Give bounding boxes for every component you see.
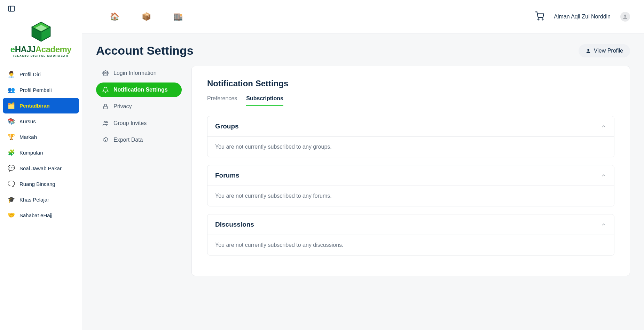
user-icon [622, 14, 628, 20]
tabs: Preferences Subscriptions [207, 95, 614, 106]
view-profile-label: View Profile [594, 48, 623, 54]
accordion-body: You are not currently subscribed to any … [207, 137, 614, 157]
sidebar-item-label: Soal Jawab Pakar [19, 165, 62, 171]
accordion-title: Forums [215, 172, 239, 179]
sidebar: eHAJJAcademy ISLAMIC DIGITAL MADRASAH 👨‍… [0, 0, 82, 330]
settings-nav-privacy[interactable]: Privacy [96, 99, 182, 114]
settings-nav-label: Login Information [113, 70, 157, 76]
sidebar-item-kumpulan[interactable]: 🧩Kumpulan [3, 145, 79, 160]
svg-point-13 [106, 121, 108, 123]
package-icon[interactable]: 📦 [142, 12, 151, 21]
sidebar-item-sahabat-ehajj[interactable]: 🤝Sahabat eHajj [3, 207, 79, 223]
settings-nav-login-info[interactable]: Login Information [96, 66, 182, 80]
friends-icon: 🤝 [8, 212, 15, 219]
sidebar-item-label: Pentadbiran [19, 103, 50, 109]
sidebar-item-label: Profil Pembeli [19, 87, 52, 93]
accordion-head-discussions[interactable]: Discussions [207, 214, 614, 235]
svg-point-12 [104, 121, 106, 123]
main-area: 🏠 📦 🏬 Aiman Aqil Zul Norddin Account Set… [82, 0, 644, 330]
topbar: 🏠 📦 🏬 Aiman Aqil Zul Norddin [82, 0, 644, 33]
content: Account Settings View Profile Login Info… [82, 33, 644, 330]
page-title: Account Settings [96, 44, 194, 57]
sidebar-item-markah[interactable]: 🏆Markah [3, 129, 79, 145]
profile-icon: 👨‍💼 [8, 71, 15, 78]
sidebar-item-label: Markah [19, 134, 37, 140]
marks-icon: 🏆 [8, 133, 15, 141]
logo-cube-icon [30, 20, 53, 43]
svg-point-10 [105, 72, 107, 74]
cart-icon[interactable] [535, 11, 544, 22]
settings-nav-label: Group Invites [113, 120, 147, 126]
tab-preferences[interactable]: Preferences [207, 95, 237, 106]
svg-point-8 [624, 15, 626, 17]
lock-icon [102, 103, 109, 110]
sidebar-item-ruang-bincang[interactable]: 🗨️Ruang Bincang [3, 176, 79, 192]
svg-rect-0 [9, 6, 15, 11]
sidebar-item-profil-diri[interactable]: 👨‍💼Profil Diri [3, 66, 79, 82]
panel-icon [8, 5, 15, 13]
sidebar-nav: 👨‍💼Profil Diri 👥Profil Pembeli 🗂️Pentadb… [0, 64, 82, 223]
sidebar-item-label: Profil Diri [19, 71, 41, 77]
chevron-up-icon [601, 222, 606, 227]
discuss-icon: 🗨️ [8, 180, 15, 188]
student-icon: 🎓 [8, 196, 15, 203]
username-label[interactable]: Aiman Aqil Zul Norddin [554, 14, 611, 20]
qa-icon: 💬 [8, 165, 15, 172]
courses-icon: 📚 [8, 118, 15, 125]
accordion-discussions: Discussions You are not currently subscr… [207, 214, 614, 256]
accordion-body: You are not currently subscribed to any … [207, 186, 614, 206]
cloud-download-icon [102, 137, 109, 143]
accordion-body: You are not currently subscribed to any … [207, 235, 614, 255]
topbar-left: 🏠 📦 🏬 [110, 12, 183, 21]
accordion-head-groups[interactable]: Groups [207, 116, 614, 137]
sidebar-item-pentadbiran[interactable]: 🗂️Pentadbiran [3, 98, 79, 113]
sidebar-item-label: Kumpulan [19, 150, 43, 156]
svg-point-7 [542, 19, 543, 20]
topbar-right: Aiman Aqil Zul Norddin [535, 11, 630, 22]
groups-icon: 🧩 [8, 149, 15, 156]
sidebar-item-label: Kursus [19, 118, 36, 124]
settings-nav: Login Information Notification Settings … [96, 66, 182, 149]
users-icon [102, 120, 109, 126]
accordion-title: Discussions [215, 221, 254, 228]
logo-text: eHAJJAcademy [10, 45, 71, 54]
sidebar-item-profil-pembeli[interactable]: 👥Profil Pembeli [3, 82, 79, 98]
settings-nav-notifications[interactable]: Notification Settings [96, 82, 182, 97]
settings-nav-label: Notification Settings [113, 87, 168, 93]
page-head: Account Settings View Profile [96, 44, 630, 57]
accordion-head-forums[interactable]: Forums [207, 165, 614, 186]
tab-subscriptions[interactable]: Subscriptions [246, 95, 283, 106]
accordion-title: Groups [215, 123, 239, 130]
user-icon [586, 48, 591, 54]
settings-nav-export-data[interactable]: Export Data [96, 133, 182, 147]
sidebar-item-label: Khas Pelajar [19, 197, 49, 203]
svg-rect-11 [104, 106, 108, 109]
settings-nav-label: Privacy [113, 103, 132, 110]
home-icon[interactable]: 🏠 [110, 12, 119, 21]
gear-icon [102, 70, 109, 76]
bell-icon [102, 87, 109, 93]
sidebar-item-label: Ruang Bincang [19, 181, 55, 187]
settings-nav-group-invites[interactable]: Group Invites [96, 116, 182, 131]
sidebar-item-label: Sahabat eHajj [19, 212, 52, 218]
sidebar-item-soal-jawab[interactable]: 💬Soal Jawab Pakar [3, 160, 79, 176]
admin-icon: 🗂️ [8, 102, 15, 109]
avatar[interactable] [620, 12, 630, 22]
logo-subtitle: ISLAMIC DIGITAL MADRASAH [13, 54, 68, 57]
svg-point-6 [538, 19, 539, 20]
view-profile-button[interactable]: View Profile [579, 44, 630, 57]
panel-title: Notification Settings [207, 79, 614, 88]
accordion-groups: Groups You are not currently subscribed … [207, 116, 614, 157]
buyers-icon: 👥 [8, 86, 15, 94]
chevron-up-icon [601, 124, 606, 129]
accordion-forums: Forums You are not currently subscribed … [207, 165, 614, 206]
sidebar-item-kursus[interactable]: 📚Kursus [3, 113, 79, 129]
logo[interactable]: eHAJJAcademy ISLAMIC DIGITAL MADRASAH [0, 14, 82, 64]
svg-point-9 [587, 49, 589, 50]
settings-nav-label: Export Data [113, 137, 143, 143]
settings-panel: Notification Settings Preferences Subscr… [191, 66, 630, 276]
chevron-up-icon [601, 173, 606, 178]
sidebar-item-khas-pelajar[interactable]: 🎓Khas Pelajar [3, 192, 79, 207]
sidebar-toggle[interactable] [0, 0, 82, 14]
store-icon[interactable]: 🏬 [173, 12, 183, 21]
